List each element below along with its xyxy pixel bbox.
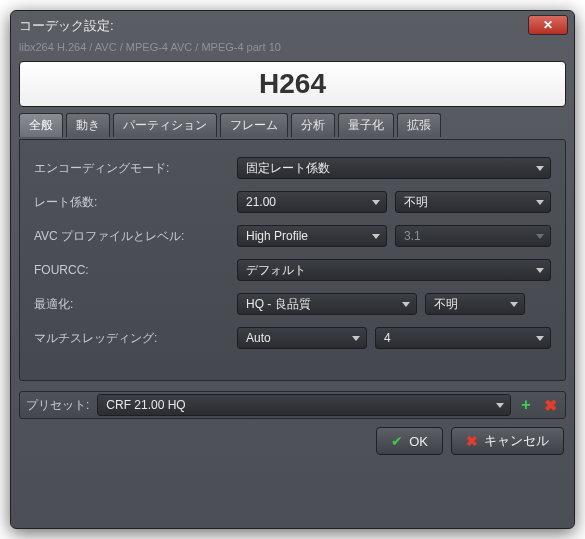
profile-select[interactable]: High Profile <box>237 225 387 247</box>
fourcc-label: FOURCC: <box>34 263 229 277</box>
ok-button[interactable]: ✔OK <box>376 427 443 455</box>
tab-frame[interactable]: フレーム <box>220 113 288 137</box>
threading-label: マルチスレッディング: <box>34 330 229 347</box>
chevron-down-icon <box>352 336 360 341</box>
tuning-label: 最適化: <box>34 296 229 313</box>
rate-factor-tune-select[interactable]: 不明 <box>395 191 551 213</box>
close-icon: ✕ <box>543 18 553 32</box>
tuning-select[interactable]: HQ - 良品質 <box>237 293 417 315</box>
preset-bar: プリセット: CRF 21.00 HQ + ✖ <box>19 391 566 419</box>
preset-label: プリセット: <box>26 397 89 414</box>
level-select[interactable]: 3.1 <box>395 225 551 247</box>
chevron-down-icon <box>536 166 544 171</box>
chevron-down-icon <box>496 403 504 408</box>
codec-subtitle: libx264 H.264 / AVC / MPEG-4 AVC / MPEG-… <box>11 41 574 57</box>
tab-general[interactable]: 全般 <box>19 113 63 137</box>
encoding-mode-select[interactable]: 固定レート係数 <box>237 157 551 179</box>
x-icon: ✖ <box>466 433 478 449</box>
tuning-extra-select[interactable]: 不明 <box>425 293 525 315</box>
title-bar: コーデック設定: ✕ <box>11 11 574 41</box>
chevron-down-icon <box>372 234 380 239</box>
rate-factor-select[interactable]: 21.00 <box>237 191 387 213</box>
fourcc-select[interactable]: デフォルト <box>237 259 551 281</box>
threading-mode-select[interactable]: Auto <box>237 327 367 349</box>
cancel-button[interactable]: ✖キャンセル <box>451 427 564 455</box>
chevron-down-icon <box>372 200 380 205</box>
chevron-down-icon <box>510 302 518 307</box>
preset-add-button[interactable]: + <box>517 396 535 414</box>
threading-count-select[interactable]: 4 <box>375 327 551 349</box>
tab-strip: 全般 動き パーティション フレーム 分析 量子化 拡張 <box>11 113 574 139</box>
general-panel: エンコーディングモード: 固定レート係数 レート係数: 21.00 不明 AVC… <box>19 139 566 381</box>
rate-factor-label: レート係数: <box>34 194 229 211</box>
chevron-down-icon <box>536 336 544 341</box>
codec-banner: H264 <box>19 61 566 107</box>
tab-advanced[interactable]: 拡張 <box>397 113 441 137</box>
tab-quantizer[interactable]: 量子化 <box>338 113 394 137</box>
preset-select[interactable]: CRF 21.00 HQ <box>97 394 511 416</box>
chevron-down-icon <box>402 302 410 307</box>
profile-label: AVC プロファイルとレベル: <box>34 228 229 245</box>
tab-analysis[interactable]: 分析 <box>291 113 335 137</box>
x-icon: ✖ <box>544 396 557 415</box>
plus-icon: + <box>521 396 530 414</box>
preset-delete-button[interactable]: ✖ <box>541 396 559 414</box>
chevron-down-icon <box>536 234 544 239</box>
tab-motion[interactable]: 動き <box>66 113 110 137</box>
check-icon: ✔ <box>391 433 403 449</box>
encoding-mode-label: エンコーディングモード: <box>34 160 229 177</box>
tab-partition[interactable]: パーティション <box>113 113 217 137</box>
chevron-down-icon <box>536 200 544 205</box>
close-button[interactable]: ✕ <box>528 15 568 35</box>
window-title: コーデック設定: <box>19 17 114 35</box>
chevron-down-icon <box>536 268 544 273</box>
